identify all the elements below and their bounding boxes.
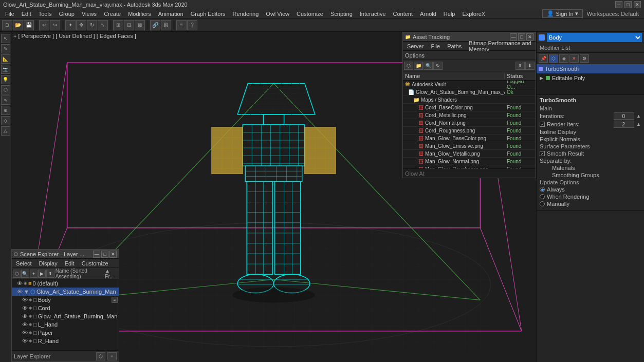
object-tool[interactable]: ⬡ <box>1 85 10 94</box>
se-footer-btn1[interactable]: ⬡ <box>96 352 105 360</box>
se-item-body[interactable]: 👁 ❄ □ Body ≡ <box>12 296 119 304</box>
rotate-btn[interactable]: ↻ <box>87 20 97 30</box>
at-menu-file[interactable]: File <box>428 42 443 50</box>
modifier-editable-poly[interactable]: ▶ Editable Poly <box>537 73 644 83</box>
help-btn[interactable]: ? <box>187 20 197 30</box>
at-tb-btn4[interactable]: ↻ <box>433 62 443 70</box>
at-search-input[interactable] <box>403 169 536 178</box>
se-item-glow-sub[interactable]: 👁 ❄ □ Glow_Art_Statue_Burning_Man <box>12 312 119 320</box>
shape-tool[interactable]: ◇ <box>1 116 10 125</box>
at-content[interactable]: 🏛 Autodesk Vault Logged O... 📄 Glow_Art_… <box>403 81 536 168</box>
menu-customize[interactable]: Customize <box>293 9 326 18</box>
helper-tool[interactable]: ⊕ <box>1 106 10 115</box>
menu-edit[interactable]: Edit <box>19 9 34 18</box>
menu-create[interactable]: Create <box>101 9 124 18</box>
at-maximize[interactable]: □ <box>518 33 525 41</box>
se-maximize[interactable]: □ <box>101 251 108 258</box>
menu-graph-editors[interactable]: Graph Editors <box>188 9 229 18</box>
menu-scripting[interactable]: Scripting <box>327 9 356 18</box>
light-tool[interactable]: 💡 <box>1 75 10 84</box>
ts-render-iters-input[interactable] <box>614 121 634 128</box>
at-close[interactable]: ✕ <box>526 33 533 41</box>
se-menu-display[interactable]: Display <box>36 259 61 268</box>
at-item-maps[interactable]: 📁 Maps / Shaders <box>403 96 536 104</box>
at-tb-btn2[interactable]: 📁 <box>414 62 423 70</box>
se-tb-btn3[interactable]: + <box>30 270 38 278</box>
snap3-btn[interactable]: ⊠ <box>135 20 145 30</box>
at-item-main-file[interactable]: 📄 Glow_Art_Statue_Burning_Man_max_vray.m… <box>403 88 536 96</box>
se-menu-select[interactable]: Select <box>13 259 35 268</box>
se-footer-btn2[interactable]: + <box>107 352 117 360</box>
at-tb-btn3[interactable]: 🔍 <box>424 62 433 70</box>
at-tb-btn1[interactable]: ⬡ <box>404 62 413 70</box>
save-btn[interactable]: 💾 <box>24 20 34 30</box>
se-minimize[interactable]: — <box>93 251 100 258</box>
se-menu-edit[interactable]: Edit <box>62 259 78 268</box>
se-tb-btn4[interactable]: ▶ <box>38 270 46 278</box>
se-tb-btn1[interactable]: ⬡ <box>13 270 21 278</box>
modifier-active-btn[interactable]: ⬡ <box>549 54 558 63</box>
at-item-cord-metallic[interactable]: 🖼 Cord_Metallic.png Found <box>403 111 536 119</box>
paint-tool[interactable]: ✎ <box>1 44 10 53</box>
modifier-turbosmooth[interactable]: TurboSmooth <box>537 64 644 73</box>
layer-btn[interactable]: ≡ <box>176 20 187 30</box>
ts-always-radio[interactable] <box>540 187 545 192</box>
measure-tool[interactable]: 📐 <box>1 54 10 64</box>
modifier-remove-btn[interactable]: ✕ <box>569 54 579 63</box>
at-item-man-metallic[interactable]: 🖼 Man_Glow_Metallic.png Found <box>403 150 536 158</box>
minimize-button[interactable]: ─ <box>615 1 622 8</box>
at-item-man-normal[interactable]: 🖼 Man_Glow_Normal.png Found <box>403 158 536 165</box>
ts-iterations-input[interactable] <box>614 112 634 120</box>
se-item-default[interactable]: 👁 ❄ ≡ 0 (default) <box>12 279 119 288</box>
at-item-cord-normal[interactable]: 🖼 Cord_Normal.png Found <box>403 119 536 127</box>
at-menu-server[interactable]: Server <box>404 42 427 50</box>
menu-animation[interactable]: Animation <box>155 9 187 18</box>
se-tb-btn5[interactable]: ⬆ <box>46 270 54 278</box>
menu-rendering[interactable]: Rendering <box>230 9 262 18</box>
menu-owl-view[interactable]: Owl View <box>263 9 292 18</box>
se-content[interactable]: 👁 ❄ ≡ 0 (default) 👁 ▼ ⬡ Glow_Art_Statue_… <box>12 279 119 350</box>
open-btn[interactable]: 📂 <box>13 20 23 30</box>
menu-content[interactable]: Content <box>390 9 416 18</box>
ts-manually-radio[interactable] <box>540 201 545 206</box>
se-body-extra[interactable]: ≡ <box>112 297 118 303</box>
snap-btn[interactable]: ⊞ <box>113 20 123 30</box>
menu-help[interactable]: Help <box>440 9 458 18</box>
at-item-cord-base[interactable]: 🖼 Cord_BaseColor.png Found <box>403 104 536 111</box>
menu-group[interactable]: Group <box>56 9 78 18</box>
new-btn[interactable]: 🗋 <box>2 20 12 30</box>
at-item-vault[interactable]: 🏛 Autodesk Vault Logged O... <box>403 81 536 88</box>
ts-render-iter-up[interactable]: ▲ <box>636 122 641 127</box>
se-menu-customize[interactable]: Customize <box>79 259 112 268</box>
at-tb-btn5[interactable]: ⬆ <box>516 62 525 70</box>
at-menu-paths[interactable]: Paths <box>444 42 465 50</box>
camera-tool[interactable]: 📷 <box>1 65 10 74</box>
at-item-man-base[interactable]: 🖼 Man_Glow_BaseColor.png Found <box>403 135 536 142</box>
modifier-pin-btn[interactable]: 📌 <box>539 54 548 63</box>
move-btn[interactable]: ✥ <box>76 20 86 30</box>
unlink-btn[interactable]: ⛓ <box>161 20 171 30</box>
ts-render-iters-checkbox[interactable]: ✓ <box>540 122 545 127</box>
menu-file[interactable]: File <box>2 9 17 18</box>
body-select[interactable]: Body <box>547 33 642 42</box>
se-item-cord[interactable]: 👁 ❄ □ Cord <box>12 304 119 312</box>
geo-tool[interactable]: △ <box>1 126 10 136</box>
modifier-configure-btn[interactable]: ⚙ <box>580 54 589 63</box>
menu-arnold[interactable]: Arnold <box>417 9 439 18</box>
se-close[interactable]: ✕ <box>109 251 117 258</box>
at-item-cord-roughness[interactable]: 🖼 Cord_Roughness.png Found <box>403 127 536 135</box>
ts-smooth-checkbox[interactable]: ✓ <box>540 151 545 156</box>
at-tb-btn6[interactable]: ⬇ <box>525 62 535 70</box>
select-btn[interactable]: ✦ <box>65 20 76 30</box>
signin-button[interactable]: 👤 Sign In ▾ <box>542 9 582 18</box>
maximize-button[interactable]: □ <box>624 1 632 8</box>
space-warp-tool[interactable]: ∿ <box>1 96 10 105</box>
link-btn[interactable]: 🔗 <box>150 20 160 30</box>
at-menu-bitmap[interactable]: Bitmap Performance and Memory <box>466 42 535 50</box>
redo-btn[interactable]: ↪ <box>50 20 60 30</box>
menu-explorex[interactable]: ExploreX <box>459 9 488 18</box>
at-minimize[interactable]: — <box>510 33 517 41</box>
se-item-lhand[interactable]: 👁 ❄ □ L_Hand <box>12 320 119 329</box>
close-button[interactable]: ✕ <box>634 1 641 8</box>
modifier-make-unique-btn[interactable]: ◈ <box>559 54 568 63</box>
